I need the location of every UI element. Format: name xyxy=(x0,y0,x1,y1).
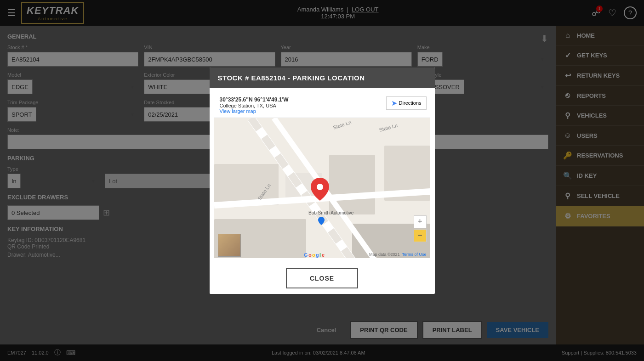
map-svg: State Ln State Ln State Ln Bob Smith Aut… xyxy=(214,118,430,258)
svg-text:G: G xyxy=(304,252,308,258)
directions-label: Directions xyxy=(399,100,422,106)
modal-body: 30°33'25.6"N 96°1'4'49.1'W College Stati… xyxy=(210,88,435,263)
zoom-in-button[interactable]: + xyxy=(414,215,427,228)
map-container: 30°33'25.6"N 96°1'4'49.1'W College Stati… xyxy=(214,93,430,258)
terms-of-use-link[interactable]: Terms of Use xyxy=(402,252,426,257)
directions-arrow-icon: ➤ xyxy=(391,99,397,107)
svg-text:o: o xyxy=(308,252,312,258)
zoom-out-button[interactable]: − xyxy=(414,229,427,242)
map-area: State Ln State Ln State Ln Bob Smith Aut… xyxy=(214,118,430,258)
map-thumbnail[interactable] xyxy=(218,234,241,257)
svg-point-15 xyxy=(317,184,323,190)
directions-button[interactable]: ➤ Directions xyxy=(386,96,427,110)
modal-close-button[interactable]: CLOSE xyxy=(286,268,358,288)
map-controls: + − xyxy=(414,215,427,242)
map-data-label: Map data ©2021 xyxy=(369,252,400,257)
svg-text:l: l xyxy=(319,252,321,258)
modal-overlay: STOCK # EA852104 - PARKING LOCATION 30°3… xyxy=(0,0,644,361)
modal-footer: CLOSE xyxy=(210,263,435,294)
svg-text:g: g xyxy=(316,252,319,258)
map-copyright: Map data ©2021 Terms of Use xyxy=(369,252,427,257)
svg-text:Bob Smith Automotive: Bob Smith Automotive xyxy=(308,210,354,215)
modal-title: STOCK # EA852104 - PARKING LOCATION xyxy=(218,74,365,82)
modal-header: STOCK # EA852104 - PARKING LOCATION xyxy=(210,68,435,88)
svg-text:o: o xyxy=(312,252,315,258)
parking-location-modal: STOCK # EA852104 - PARKING LOCATION 30°3… xyxy=(210,68,435,294)
svg-text:e: e xyxy=(322,252,325,258)
view-larger-map-link[interactable]: View larger map xyxy=(220,108,256,114)
